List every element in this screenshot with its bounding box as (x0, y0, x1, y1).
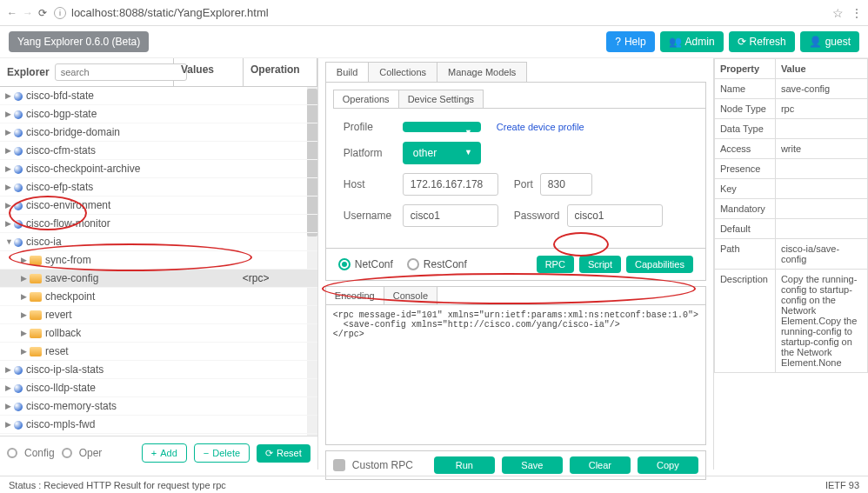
prop-key: Mandatory (714, 199, 775, 219)
tab-build[interactable]: Build (325, 62, 369, 82)
config-radio[interactable] (7, 448, 17, 458)
tree-row[interactable]: ▶cisco-mpls-fwd (0, 416, 317, 434)
custom-rpc-check[interactable] (333, 459, 345, 471)
tree-row[interactable]: ▶cisco-bgp-state (0, 105, 317, 123)
prop-value: cisco-ia/save-config (775, 239, 867, 270)
tree-toggle-icon[interactable]: ▶ (21, 310, 30, 319)
reload-icon[interactable]: ⟳ (38, 7, 47, 19)
tree-row[interactable]: ▼cisco-ia (0, 233, 317, 251)
tree-row[interactable]: ▶cisco-cfm-stats (0, 142, 317, 160)
tree-row[interactable]: ▶cisco-lldp-state (0, 379, 317, 397)
tree-row[interactable]: ▶reset (0, 343, 317, 361)
host-input[interactable] (403, 173, 498, 196)
oper-radio[interactable] (62, 448, 72, 458)
tab-device-settings[interactable]: Device Settings (398, 90, 484, 108)
status-bar: Status : Recieved HTTP Result for reques… (0, 476, 868, 493)
tree-row[interactable]: ▶checkpoint (0, 288, 317, 306)
script-button[interactable]: Script (579, 256, 621, 273)
menu-icon[interactable]: ⋮ (851, 6, 861, 20)
netconf-radio[interactable] (338, 258, 351, 270)
folder-icon (30, 292, 42, 302)
tab-manage[interactable]: Manage Models (437, 62, 527, 82)
tree-toggle-icon[interactable]: ▶ (21, 347, 30, 356)
reset-button[interactable]: ⟳ Reset (257, 444, 310, 463)
tree-toggle-icon[interactable]: ▶ (5, 164, 14, 173)
tree-toggle-icon[interactable]: ▶ (5, 219, 14, 228)
guest-button[interactable]: 👤guest (800, 31, 859, 52)
col-explorer: Explorer (0, 58, 174, 86)
encoding-tab[interactable]: Encoding (326, 287, 384, 304)
tree-toggle-icon[interactable]: ▶ (5, 110, 14, 118)
tree-label: reset (45, 345, 312, 357)
create-profile-link[interactable]: Create device profile (497, 122, 584, 132)
prop-key: Default (714, 219, 775, 239)
tree-toggle-icon[interactable]: ▶ (21, 274, 30, 283)
search-input[interactable] (55, 63, 187, 81)
rpc-button[interactable]: RPC (537, 256, 574, 273)
tree-toggle-icon[interactable]: ▶ (5, 91, 14, 100)
tree-row[interactable]: ▶cisco-bfd-state (0, 87, 317, 105)
add-button[interactable]: + Add (142, 443, 187, 463)
copy-button[interactable]: Copy (638, 456, 698, 474)
folder-icon (30, 256, 42, 265)
console-tab[interactable]: Console (384, 287, 437, 304)
password-input[interactable] (567, 204, 663, 227)
tree-label: cisco-ia (26, 236, 312, 248)
tab-collections[interactable]: Collections (368, 62, 437, 82)
tree-row[interactable]: ▶cisco-ip-sla-stats (0, 361, 317, 379)
tree-toggle-icon[interactable]: ▶ (5, 183, 14, 191)
bookmark-icon[interactable]: ☆ (832, 6, 844, 20)
save-button[interactable]: Save (502, 456, 563, 474)
tree-row[interactable]: ▶revert (0, 306, 317, 324)
refresh-button[interactable]: ⟳Refresh (729, 31, 795, 52)
tree-toggle-icon[interactable]: ▶ (21, 292, 30, 301)
back-icon[interactable]: ← (7, 7, 17, 19)
tree-row[interactable]: ▶cisco-efp-stats (0, 178, 317, 197)
platform-dropdown[interactable]: other (403, 142, 481, 164)
oper-label: Oper (79, 447, 103, 459)
tree-row[interactable]: ▶cisco-checkpoint-archive (0, 160, 317, 178)
tree-row[interactable]: ▶cisco-platform-software (0, 434, 317, 436)
capabilities-button[interactable]: Capabilities (626, 256, 693, 273)
tree-toggle-icon[interactable]: ▶ (21, 329, 30, 337)
tree-label: sync-from (45, 254, 312, 266)
module-icon (14, 129, 23, 137)
tree-row[interactable]: ▶cisco-environment (0, 197, 317, 215)
delete-button[interactable]: − Delete (194, 443, 250, 463)
forward-icon[interactable]: → (23, 7, 33, 19)
tree-toggle-icon[interactable]: ▶ (5, 383, 14, 392)
module-icon (14, 220, 23, 229)
tree-toggle-icon[interactable]: ▶ (5, 402, 14, 410)
info-icon[interactable]: i (54, 7, 66, 19)
tree-row[interactable]: ▶sync-from (0, 251, 317, 270)
tree-row[interactable]: ▶cisco-memory-stats (0, 397, 317, 416)
tree-row[interactable]: ▶save-config<rpc> (0, 270, 317, 288)
tree-toggle-icon[interactable]: ▶ (5, 128, 14, 137)
val-col-head: Value (775, 59, 867, 79)
restconf-radio[interactable] (407, 258, 419, 270)
tree-row[interactable]: ▶cisco-bridge-domain (0, 123, 317, 142)
tree-toggle-icon[interactable]: ▶ (5, 365, 14, 374)
code-content[interactable]: <rpc message-id="101" xmlns="urn:ietf:pa… (326, 305, 705, 444)
tree-toggle-icon[interactable]: ▶ (5, 420, 14, 429)
profile-dropdown[interactable] (403, 122, 481, 132)
app-header: Yang Explorer 0.6.0 (Beta) ?Help 👥Admin … (0, 26, 868, 58)
app-title-button[interactable]: Yang Explorer 0.6.0 (Beta) (9, 31, 149, 52)
help-button[interactable]: ?Help (606, 31, 654, 52)
model-tree[interactable]: ▶cisco-bfd-state▶cisco-bgp-state▶cisco-b… (0, 87, 317, 436)
clear-button[interactable]: Clear (570, 456, 631, 474)
port-input[interactable] (540, 173, 592, 196)
tree-toggle-icon[interactable]: ▶ (21, 256, 30, 264)
tree-toggle-icon[interactable]: ▶ (5, 146, 14, 155)
username-input[interactable] (403, 204, 498, 227)
restconf-label: RestConf (424, 258, 467, 270)
admin-button[interactable]: 👥Admin (660, 31, 724, 52)
tab-operations[interactable]: Operations (333, 90, 399, 108)
tree-row[interactable]: ▶cisco-flow-monitor (0, 215, 317, 233)
url-bar[interactable]: i localhost:8088/static/YangExplorer.htm… (54, 6, 825, 19)
tree-toggle-icon[interactable]: ▶ (5, 201, 14, 210)
tree-toggle-icon[interactable]: ▼ (5, 237, 14, 246)
tree-label: cisco-checkpoint-archive (26, 163, 312, 175)
run-button[interactable]: Run (434, 456, 495, 474)
tree-row[interactable]: ▶rollback (0, 324, 317, 343)
